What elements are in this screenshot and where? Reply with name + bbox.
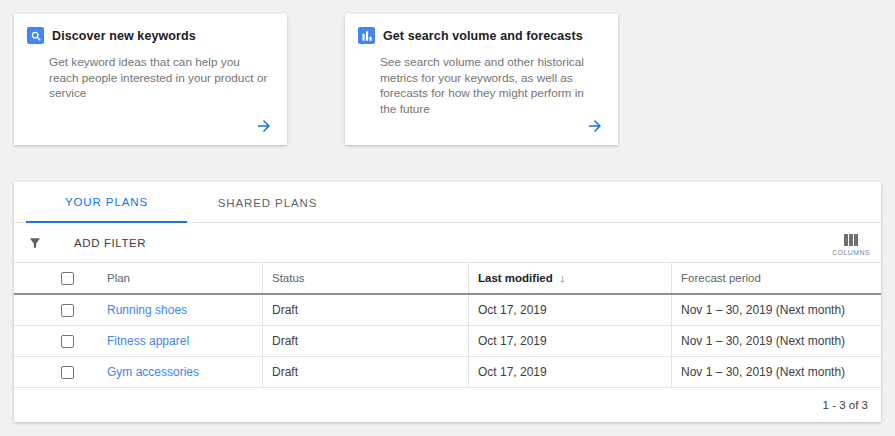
status-cell: Draft bbox=[262, 357, 468, 387]
table-header-row: Plan Status Last modified ↓ Forecast per… bbox=[14, 263, 881, 295]
column-header-status-label: Status bbox=[272, 272, 305, 284]
forecast-period-cell: Nov 1 – 30, 2019 (Next month) bbox=[671, 357, 881, 387]
status-cell: Draft bbox=[262, 295, 468, 325]
plan-link[interactable]: Running shoes bbox=[107, 303, 187, 317]
last-modified-cell: Oct 17, 2019 bbox=[468, 326, 671, 356]
header-cell-plan: Plan bbox=[14, 263, 262, 293]
row-checkbox[interactable] bbox=[61, 335, 74, 348]
tab-your-plans[interactable]: YOUR PLANS bbox=[26, 182, 187, 223]
status-cell: Draft bbox=[262, 326, 468, 356]
add-filter-label: ADD FILTER bbox=[74, 237, 146, 249]
columns-button[interactable]: COLUMNS bbox=[832, 230, 870, 256]
card-description: Get keyword ideas that can help you reac… bbox=[49, 55, 271, 102]
tab-bar: YOUR PLANS SHARED PLANS bbox=[14, 182, 881, 223]
columns-label: COLUMNS bbox=[832, 249, 870, 256]
plan-cell: Fitness apparel bbox=[14, 326, 262, 356]
select-all-checkbox[interactable] bbox=[61, 272, 74, 285]
filter-toolbar: ADD FILTER COLUMNS bbox=[14, 223, 881, 263]
add-filter-button[interactable]: ADD FILTER bbox=[14, 236, 146, 250]
filter-icon bbox=[28, 236, 42, 250]
card-title: Get search volume and forecasts bbox=[383, 29, 583, 43]
card-title: Discover new keywords bbox=[52, 29, 196, 43]
forecast-period-cell: Nov 1 – 30, 2019 (Next month) bbox=[671, 295, 881, 325]
table-row: Running shoes Draft Oct 17, 2019 Nov 1 –… bbox=[14, 295, 881, 326]
row-checkbox[interactable] bbox=[61, 366, 74, 379]
plan-link[interactable]: Gym accessories bbox=[107, 365, 199, 379]
action-cards: Discover new keywords Get keyword ideas … bbox=[14, 14, 618, 145]
card-description: See search volume and other historical m… bbox=[380, 55, 602, 117]
bar-chart-icon bbox=[358, 27, 375, 44]
search-icon bbox=[27, 27, 44, 44]
card-header: Get search volume and forecasts bbox=[345, 14, 618, 44]
column-header-status[interactable]: Status bbox=[262, 263, 468, 293]
column-header-last-modified[interactable]: Last modified ↓ bbox=[468, 263, 671, 293]
table-row: Fitness apparel Draft Oct 17, 2019 Nov 1… bbox=[14, 326, 881, 357]
column-header-last-modified-label: Last modified bbox=[478, 272, 553, 284]
row-checkbox[interactable] bbox=[61, 304, 74, 317]
plan-link[interactable]: Fitness apparel bbox=[107, 334, 189, 348]
discover-keywords-card[interactable]: Discover new keywords Get keyword ideas … bbox=[14, 14, 287, 145]
plans-panel: YOUR PLANS SHARED PLANS ADD FILTER COLUM… bbox=[14, 182, 881, 422]
column-header-forecast-period-label: Forecast period bbox=[681, 272, 761, 284]
arrow-forward-icon[interactable] bbox=[254, 116, 274, 136]
column-header-forecast-period[interactable]: Forecast period bbox=[671, 263, 881, 293]
pagination-label: 1 - 3 of 3 bbox=[823, 399, 868, 411]
last-modified-cell: Oct 17, 2019 bbox=[468, 295, 671, 325]
search-volume-card[interactable]: Get search volume and forecasts See sear… bbox=[345, 14, 618, 145]
tab-shared-plans[interactable]: SHARED PLANS bbox=[187, 182, 348, 223]
last-modified-cell: Oct 17, 2019 bbox=[468, 357, 671, 387]
plan-cell: Gym accessories bbox=[14, 357, 262, 387]
columns-icon bbox=[844, 234, 858, 246]
sort-descending-icon: ↓ bbox=[560, 272, 566, 284]
plan-cell: Running shoes bbox=[14, 295, 262, 325]
forecast-period-cell: Nov 1 – 30, 2019 (Next month) bbox=[671, 326, 881, 356]
column-header-plan[interactable]: Plan bbox=[107, 272, 130, 284]
card-header: Discover new keywords bbox=[14, 14, 287, 44]
table-footer: 1 - 3 of 3 bbox=[14, 388, 881, 422]
arrow-forward-icon[interactable] bbox=[585, 116, 605, 136]
table-row: Gym accessories Draft Oct 17, 2019 Nov 1… bbox=[14, 357, 881, 388]
